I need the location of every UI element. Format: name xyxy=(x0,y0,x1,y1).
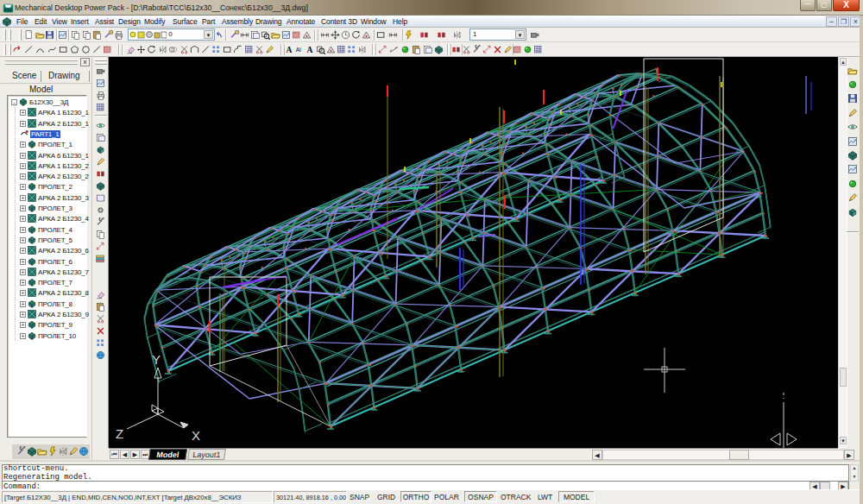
svg-text:Y: Y xyxy=(152,352,161,367)
svg-text:A: A xyxy=(306,45,312,54)
svg-text:A: A xyxy=(286,45,292,54)
svg-text:Al: Al xyxy=(296,47,302,53)
svg-text:X: X xyxy=(192,428,200,443)
svg-text:Z: Z xyxy=(116,426,123,441)
